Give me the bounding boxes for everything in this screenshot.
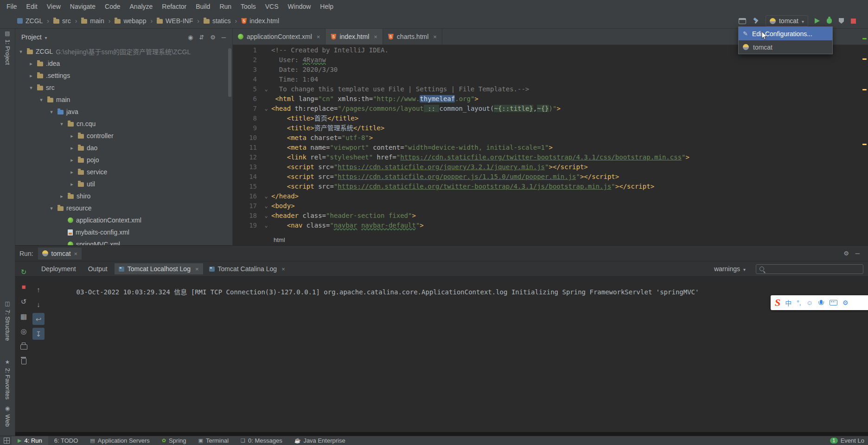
statusbar-spring[interactable]: ✿Spring: [156, 436, 192, 445]
menu-view[interactable]: View: [42, 0, 65, 13]
tree-toggle-icon[interactable]: ▸: [69, 145, 75, 151]
tree-node-cn-cqu[interactable]: ▾cn.cqu: [15, 118, 232, 130]
statusbar-java-enterprise[interactable]: ☕Java Enterprise: [288, 436, 351, 445]
menu-build[interactable]: Build: [191, 0, 215, 13]
ime-keyboard[interactable]: [830, 300, 837, 305]
menu-code[interactable]: Code: [100, 0, 125, 13]
restart-server-button[interactable]: ↺: [18, 295, 30, 307]
coverage-button[interactable]: [839, 18, 844, 24]
tree-toggle-icon[interactable]: ▾: [18, 49, 24, 55]
toolwindow-button-2-favorites[interactable]: ★2: Favorites: [0, 359, 15, 400]
run-tab-deployment[interactable]: Deployment: [36, 263, 81, 274]
close-tab-icon[interactable]: ×: [374, 33, 377, 40]
scroll-to-end-button[interactable]: ↧: [32, 328, 45, 340]
stop-button[interactable]: [851, 19, 856, 24]
breadcrumb-web-inf[interactable]: WEB-INF: [155, 16, 194, 25]
tree-node-service[interactable]: ▸service: [15, 166, 232, 178]
expand-collapse-button[interactable]: ⇵: [199, 34, 204, 40]
soft-wrap-button[interactable]: ↩: [32, 313, 45, 325]
menu-vcs[interactable]: VCS: [261, 0, 283, 13]
dump-threads-button[interactable]: ▦: [18, 310, 30, 322]
toolwindow-switcher-icon[interactable]: [4, 438, 10, 444]
breadcrumb-src[interactable]: src: [52, 16, 72, 25]
tree-node-shiro[interactable]: ▸shiro: [15, 190, 232, 202]
menu-run[interactable]: Run: [215, 0, 236, 13]
settings-button[interactable]: ⚙: [843, 250, 849, 256]
tree-node-settings[interactable]: ▸.settings: [15, 70, 232, 82]
next-occurrence-button[interactable]: ↓: [32, 298, 45, 310]
breadcrumb-main[interactable]: main: [80, 16, 105, 25]
toolwindow-button-7-structure[interactable]: ◫7: Structure: [0, 300, 15, 341]
menu-edit[interactable]: Edit: [22, 0, 42, 13]
tree-toggle-icon[interactable]: ▸: [58, 193, 65, 199]
code-area[interactable]: 1<!-- Created by IntelliJ IDEA.2 User: 4…: [233, 44, 862, 234]
close-tab-icon[interactable]: ×: [195, 266, 199, 273]
tree-node-dao[interactable]: ▸dao: [15, 142, 232, 154]
prev-occurrence-button[interactable]: ↑: [32, 283, 45, 295]
rerun-button[interactable]: ↻: [18, 266, 30, 278]
tree-node-util[interactable]: ▸util: [15, 178, 232, 190]
statusbar-4-run[interactable]: ▶4: Run: [12, 436, 48, 445]
tree-toggle-icon[interactable]: ▾: [48, 205, 55, 211]
tree-node-springmvc-xml[interactable]: springMVC.xml: [15, 238, 232, 245]
dropdown-item-edit-configurations[interactable]: ✎Edit Configurations...: [739, 27, 832, 40]
restore-layout-button[interactable]: [739, 18, 746, 24]
stop-button[interactable]: ■: [18, 280, 30, 292]
statusbar-0-messages[interactable]: ❑0: Messages: [235, 436, 288, 445]
print-button[interactable]: [18, 340, 30, 352]
tree-node-main[interactable]: ▾main: [15, 94, 232, 106]
project-panel-title[interactable]: Project: [21, 33, 42, 41]
project-scrollbar[interactable]: [228, 48, 231, 97]
pin-button[interactable]: ◎: [18, 325, 30, 337]
breadcrumb-webapp[interactable]: webapp: [113, 16, 147, 25]
tree-toggle-icon[interactable]: ▾: [28, 85, 34, 91]
clear-button[interactable]: [18, 355, 30, 367]
ime-chinese-mode[interactable]: 中: [785, 298, 791, 307]
menu-navigate[interactable]: Navigate: [65, 0, 100, 13]
log-level-filter[interactable]: warnings: [711, 264, 748, 274]
tree-node-java[interactable]: ▾java: [15, 106, 232, 118]
run-tab-tomcat-localhost-log[interactable]: Tomcat Localhost Log×: [115, 263, 203, 274]
editor-breadcrumb[interactable]: html: [233, 234, 868, 245]
close-tab-icon[interactable]: ×: [281, 266, 285, 273]
toolwindow-button-1-project[interactable]: ▤1: Project: [0, 30, 15, 65]
tree-node-resource[interactable]: ▾resource: [15, 202, 232, 214]
sogou-logo[interactable]: S: [775, 298, 780, 308]
tree-toggle-icon[interactable]: ▸: [69, 181, 75, 187]
tree-node-mybaits-config-xml[interactable]: mybaits-config.xml: [15, 226, 232, 238]
close-tab-icon[interactable]: [74, 250, 78, 257]
statusbar-application-servers[interactable]: ▤Application Servers: [84, 436, 155, 445]
debug-button[interactable]: [827, 18, 832, 24]
tree-node-controller[interactable]: ▸controller: [15, 130, 232, 142]
tree-node-pojo[interactable]: ▸pojo: [15, 154, 232, 166]
editor-tab-applicationcontext-xml[interactable]: applicationContext.xml×: [233, 29, 326, 44]
menu-help[interactable]: Help: [315, 0, 338, 13]
ime-toolbox[interactable]: ⚙: [842, 299, 849, 306]
close-tab-icon[interactable]: ×: [317, 33, 320, 40]
ime-emoji[interactable]: ☺: [806, 299, 813, 306]
console-log[interactable]: 03-Oct-2022 10:03:29.324 信息 [RMI TCP Con…: [53, 280, 859, 304]
tree-toggle-icon[interactable]: ▾: [58, 121, 65, 127]
tree-toggle-icon[interactable]: ▾: [48, 109, 55, 115]
editor-tab-index-html[interactable]: index.html×: [326, 29, 383, 44]
hide-button[interactable]: ─: [855, 250, 860, 256]
menu-window[interactable]: Window: [283, 0, 316, 13]
ime-mic[interactable]: [818, 300, 824, 305]
close-tab-icon[interactable]: ×: [433, 33, 437, 40]
statusbar-6-todo[interactable]: 6: TODO: [48, 436, 84, 445]
tree-toggle-icon[interactable]: ▸: [69, 169, 75, 175]
menu-tools[interactable]: Tools: [236, 0, 261, 13]
ime-punctuation[interactable]: °,: [797, 299, 801, 306]
breadcrumb-zcgl[interactable]: ZCGL: [16, 16, 44, 25]
statusbar-terminal[interactable]: ▣Terminal: [192, 436, 235, 445]
event-log-widget[interactable]: 1 Event Lo: [830, 437, 864, 444]
tree-node-zcgl[interactable]: ▾ZCGL G:\shejiing\基于ssm的固定资产管理系统\ZCGL: [15, 45, 232, 57]
hide-button[interactable]: ─: [222, 34, 226, 40]
search-field[interactable]: [756, 264, 863, 274]
tree-toggle-icon[interactable]: ▸: [28, 73, 34, 79]
breadcrumb-statics[interactable]: statics: [202, 16, 232, 25]
tree-node-applicationcontext-xml[interactable]: applicationContext.xml: [15, 214, 232, 226]
run-config-select[interactable]: tomcat: [766, 15, 808, 26]
toolwindow-button-web[interactable]: ◉Web: [0, 405, 15, 427]
tree-toggle-icon[interactable]: ▸: [28, 61, 34, 67]
